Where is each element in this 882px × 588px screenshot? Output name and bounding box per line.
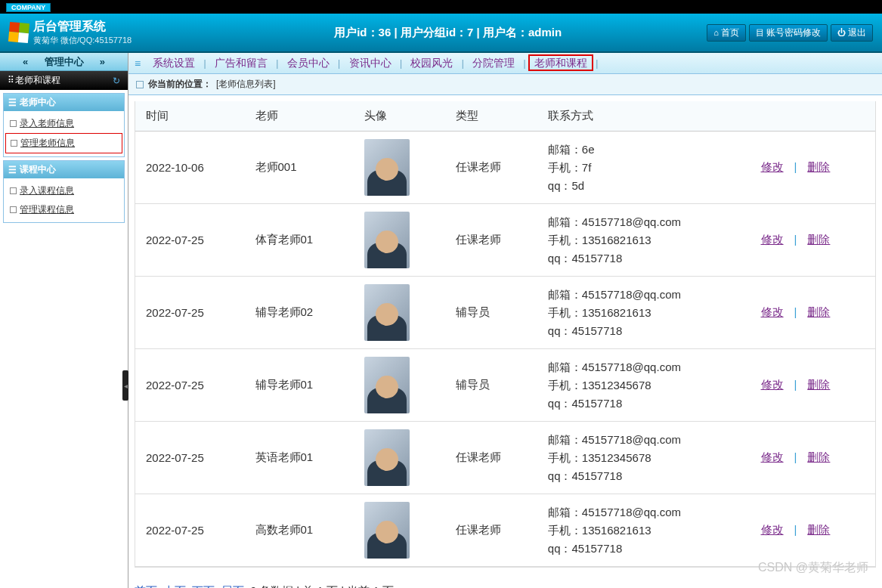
cell-actions: 修改|删除 [750, 277, 875, 349]
table-row: 2022-07-25英语老师01任课老师邮箱：45157718@qq.com手机… [135, 422, 875, 494]
edit-link[interactable]: 修改 [761, 305, 784, 318]
sidebar-item[interactable]: 管理老师信息 [5, 133, 122, 153]
teacher-table: 时间 老师 头像 类型 联系方式 2022-10-06老师001任课老师邮箱：6… [135, 101, 875, 567]
cell-contact: 邮箱：6e手机：7fqq：5d [537, 132, 750, 204]
cell-teacher: 体育老师01 [245, 204, 354, 277]
cell-avatar [354, 277, 445, 349]
breadcrumb: 你当前的位置： [老师信息列表] [128, 74, 882, 95]
management-center-header: « 管理中心 » [0, 53, 128, 71]
header-actions: ⌂首页 目账号密码修改 ⏻退出 [707, 24, 882, 42]
avatar [364, 284, 410, 341]
chevron-left-icon[interactable]: « [23, 56, 28, 67]
square-icon [11, 140, 17, 147]
nav-item[interactable]: 校园风光 [404, 55, 459, 70]
delete-link[interactable]: 删除 [807, 160, 830, 173]
delete-link[interactable]: 删除 [807, 450, 830, 463]
cell-contact: 邮箱：45157718@qq.com手机：13516821613qq：45157… [537, 494, 750, 567]
menu-icon[interactable]: ≡ [135, 57, 141, 70]
side-group: ☰ 课程中心录入课程信息管理课程信息 [3, 160, 125, 223]
edit-link[interactable]: 修改 [761, 233, 784, 246]
cell-type: 任课老师 [445, 132, 537, 204]
avatar [364, 139, 410, 196]
nav-item[interactable]: 会员中心 [281, 55, 336, 70]
col-time: 时间 [135, 101, 245, 132]
edit-link[interactable]: 修改 [761, 160, 784, 173]
col-avatar: 头像 [354, 101, 445, 132]
company-strip: COMPANY [0, 0, 882, 14]
sidebar-item[interactable]: 录入老师信息 [5, 114, 122, 133]
cell-time: 2022-07-25 [135, 422, 245, 494]
edit-link[interactable]: 修改 [761, 450, 784, 463]
side-group-header: ☰ 老师中心 [4, 94, 124, 111]
table-row: 2022-07-25高数老师01任课老师邮箱：45157718@qq.com手机… [135, 494, 875, 567]
nav-item[interactable]: 老师和课程 [528, 54, 593, 71]
sidebar-item-label[interactable]: 录入课程信息 [20, 184, 74, 197]
home-button[interactable]: ⌂首页 [707, 24, 746, 42]
col-type: 类型 [445, 101, 537, 132]
square-icon [10, 187, 17, 194]
cell-type: 辅导员 [445, 349, 537, 422]
logout-button[interactable]: ⏻退出 [831, 24, 873, 42]
header-info: 用户id：36 | 用户分组id：7 | 用户名：admin [189, 26, 707, 40]
edit-link[interactable]: 修改 [761, 523, 784, 536]
cell-contact: 邮箱：45157718@qq.com手机：13516821613qq：45157… [537, 204, 750, 277]
pager-prev[interactable]: 上页 [163, 584, 186, 588]
edit-link[interactable]: 修改 [761, 378, 784, 391]
cell-actions: 修改|删除 [750, 132, 875, 204]
tree-header: ⠿ 老师和课程 ↻ [0, 71, 128, 90]
refresh-icon[interactable]: ↻ [113, 76, 120, 86]
cell-time: 2022-07-25 [135, 277, 245, 349]
cell-time: 2022-07-25 [135, 349, 245, 422]
sidebar: « 管理中心 » ⠿ 老师和课程 ↻ ☰ 老师中心录入老师信息管理老师信息☰ 课… [0, 53, 128, 588]
cell-type: 任课老师 [445, 494, 537, 567]
grid-icon: ⠿ [8, 75, 13, 85]
chevron-right-icon[interactable]: » [100, 56, 105, 67]
cell-actions: 修改|删除 [750, 204, 875, 277]
delete-link[interactable]: 删除 [807, 305, 830, 318]
cell-avatar [354, 132, 445, 204]
main-area: ≡ 系统设置 | 广告和留言 | 会员中心 | 资讯中心 | 校园风光 | 分院… [128, 53, 882, 588]
table-row: 2022-07-25辅导老师02辅导员邮箱：45157718@qq.com手机：… [135, 277, 875, 349]
doc-icon: 目 [756, 27, 764, 39]
cell-avatar [354, 494, 445, 567]
square-icon [10, 120, 17, 127]
app-title: 后台管理系统 [33, 19, 132, 35]
sidebar-item-label[interactable]: 管理老师信息 [20, 137, 75, 150]
table-row: 2022-07-25体育老师01任课老师邮箱：45157718@qq.com手机… [135, 204, 875, 277]
sidebar-item-label[interactable]: 录入老师信息 [20, 117, 74, 130]
pager-first[interactable]: 首页 [135, 584, 157, 588]
cell-teacher: 英语老师01 [245, 422, 354, 494]
pager-last[interactable]: 尾页 [221, 584, 244, 588]
cell-time: 2022-07-25 [135, 494, 245, 567]
delete-link[interactable]: 删除 [807, 378, 830, 391]
table-row: 2022-10-06老师001任课老师邮箱：6e手机：7fqq：5d修改|删除 [135, 132, 875, 204]
sidebar-collapse-handle[interactable]: ◂ [122, 370, 128, 401]
pager-next[interactable]: 下页 [192, 584, 215, 588]
pager-summary: 6 条数据 | 总 1 页 | 当前 1 页 [250, 584, 394, 588]
sidebar-item[interactable]: 录入课程信息 [5, 181, 122, 200]
cell-actions: 修改|删除 [750, 422, 875, 494]
nav-item[interactable]: 系统设置 [147, 55, 201, 70]
sidebar-item-label[interactable]: 管理课程信息 [20, 203, 74, 216]
cell-type: 辅导员 [445, 277, 537, 349]
avatar [364, 357, 410, 413]
home-icon: ⌂ [713, 28, 719, 37]
nav-item[interactable]: 广告和留言 [209, 55, 274, 70]
cell-teacher: 辅导老师01 [245, 349, 354, 422]
cell-contact: 邮箱：45157718@qq.com手机：13516821613qq：45157… [537, 277, 750, 349]
top-nav: ≡ 系统设置 | 广告和留言 | 会员中心 | 资讯中心 | 校园风光 | 分院… [128, 53, 882, 74]
change-password-button[interactable]: 目账号密码修改 [749, 24, 828, 42]
list-icon: ☰ [8, 165, 17, 175]
cell-teacher: 辅导老师02 [245, 277, 354, 349]
cell-actions: 修改|删除 [750, 349, 875, 422]
company-tag: COMPANY [6, 3, 51, 12]
avatar [364, 502, 410, 559]
nav-item[interactable]: 分院管理 [466, 55, 521, 70]
nav-item[interactable]: 资讯中心 [343, 55, 398, 70]
delete-link[interactable]: 删除 [807, 233, 830, 246]
power-icon: ⏻ [837, 28, 846, 37]
sidebar-item[interactable]: 管理课程信息 [5, 200, 122, 219]
delete-link[interactable]: 删除 [807, 523, 830, 536]
col-contact: 联系方式 [537, 101, 750, 132]
avatar [364, 212, 410, 268]
